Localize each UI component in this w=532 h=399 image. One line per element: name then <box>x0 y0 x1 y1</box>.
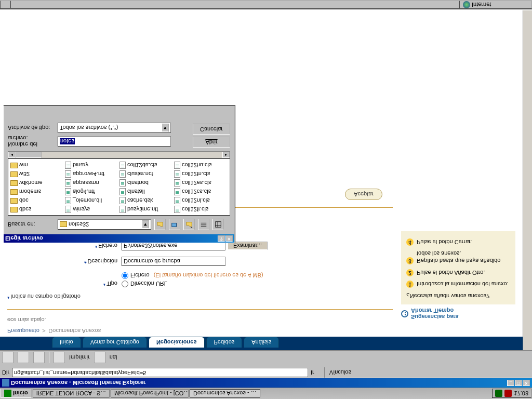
lookin-label: Buscar en: <box>8 221 55 228</box>
fichero-radio[interactable] <box>122 272 128 279</box>
filename-label: Nombre del archivo: <box>8 135 55 148</box>
task-item[interactable]: Microsoft PowerPoint - [CO… <box>111 390 189 398</box>
folder-icon <box>60 222 67 228</box>
file-icon <box>174 197 180 205</box>
file-item[interactable]: coll12fr.cls <box>173 205 228 214</box>
divider <box>7 309 393 310</box>
minimize-button[interactable]: _ <box>507 380 514 386</box>
tab-pedidos[interactable]: Pedidos <box>206 337 243 348</box>
file-icon <box>119 180 126 187</box>
cancel-button[interactable]: Cancelar <box>193 124 230 135</box>
horizontal-scrollbar[interactable]: ◂▸ <box>8 151 230 158</box>
tray-icon[interactable] <box>504 390 512 397</box>
file-dialog: Elegir archivo ? × Buscar en: notes32 ▾ … <box>3 105 235 243</box>
task-item[interactable]: Documentos Anexos - … <box>190 390 260 398</box>
tab-inicio[interactable]: Inicio <box>52 337 81 348</box>
ie-icon <box>2 379 9 387</box>
status-icon <box>0 1 10 9</box>
back-button[interactable] <box>2 352 14 363</box>
svg-rect-0 <box>172 223 177 227</box>
file-item[interactable]: cinstall <box>118 188 173 196</box>
vertical-scrollbar[interactable] <box>523 10 532 350</box>
file-item[interactable]: busytime.ntf <box>118 205 173 214</box>
system-tray: 17:03 <box>492 389 531 398</box>
tab-negociaciones[interactable]: Negociaciones <box>149 337 205 348</box>
forward-button[interactable] <box>18 352 29 363</box>
links-label[interactable]: Vínculos <box>329 369 351 376</box>
newfolder-button[interactable]: * <box>183 219 195 230</box>
list-view-button[interactable] <box>198 219 209 230</box>
browser-window: Documentos Anexos - Microsoft Internet E… <box>0 378 532 388</box>
maximize-button[interactable]: □ <box>515 380 522 386</box>
file-item[interactable]: cluster.ncf <box>118 170 173 179</box>
file-item[interactable]: dbcs <box>9 205 64 214</box>
file-item[interactable]: modems <box>9 188 64 196</box>
tray-icon[interactable] <box>495 390 502 397</box>
toolbar-icon[interactable] <box>94 352 105 363</box>
file-item[interactable]: vdkhome <box>9 179 64 188</box>
start-button[interactable]: Inicio <box>1 389 32 398</box>
task-item[interactable]: IRENE TEJON ROCA · S… <box>33 390 110 398</box>
toolbar-label: nal <box>110 354 117 361</box>
status-bar: Internet <box>0 0 532 10</box>
address-input[interactable]: ng&attach_list_name=hdrattachlist&dataty… <box>12 368 308 377</box>
tip-title: Sugerencias para <box>411 314 459 320</box>
desktop-button[interactable] <box>169 219 180 230</box>
chevron-down-icon[interactable]: ▾ <box>142 220 149 229</box>
file-item[interactable]: coll12es.cls <box>173 179 228 188</box>
file-item[interactable]: _olemon.dll <box>64 196 118 205</box>
file-item[interactable]: coll12da.cls <box>118 161 173 170</box>
dialog-close-button[interactable]: × <box>225 235 233 242</box>
file-icon <box>119 162 126 169</box>
filename-input[interactable]: notes <box>58 136 171 147</box>
file-icon <box>65 171 71 178</box>
file-item[interactable]: win <box>9 161 64 170</box>
direccion-radio[interactable] <box>122 281 128 287</box>
file-item[interactable]: doc <box>9 196 64 205</box>
file-item[interactable]: cache.dsk <box>118 196 173 205</box>
descripcion-label: Descripción <box>88 258 117 264</box>
file-item[interactable]: winsys <box>64 205 118 214</box>
svg-rect-2 <box>216 222 221 228</box>
breadcrumb-link[interactable]: Presupuesto <box>7 328 39 334</box>
tab-bar: Inicio Venta por Catálogo Negociaciones … <box>0 337 523 350</box>
file-item[interactable]: appassmn <box>64 179 118 188</box>
print-icon[interactable] <box>54 352 65 363</box>
aceptar-button[interactable]: Aceptar <box>345 189 382 200</box>
file-item[interactable]: coll12hu.cls <box>173 161 228 170</box>
tip-step: Introduzca la información del anexo. <box>417 281 509 288</box>
print-label: Imprimir <box>69 354 90 361</box>
step-number: 1 <box>406 281 414 288</box>
file-item[interactable]: binary <box>64 161 118 170</box>
descripcion-input[interactable] <box>122 257 225 266</box>
file-icon <box>119 171 126 178</box>
file-item[interactable]: w32 <box>9 170 64 179</box>
up-folder-button[interactable] <box>154 219 166 230</box>
tip-step: Pulse el botón Cerrar. <box>417 238 472 246</box>
file-icon <box>65 189 71 196</box>
lookin-combo[interactable]: notes32 ▾ <box>58 219 151 230</box>
file-item[interactable]: alog4.ntf <box>64 188 118 196</box>
dialog-title: Elegir archivo <box>5 235 43 242</box>
step-number: 4 <box>406 238 414 246</box>
file-icon <box>65 197 71 205</box>
dialog-help-button[interactable]: ? <box>218 235 225 242</box>
detail-view-button[interactable] <box>212 219 224 230</box>
fichero-hint: (El tamaño máximo del fichero es de 4 MB… <box>154 273 263 279</box>
file-item[interactable]: coll12cs.cls <box>173 188 228 196</box>
stop-button[interactable] <box>33 352 45 363</box>
chevron-down-icon[interactable]: ▾ <box>162 124 169 132</box>
filetype-combo[interactable]: Todos los archivos (*.*)▾ <box>58 123 171 133</box>
file-item[interactable]: coll12fn.cls <box>173 170 228 179</box>
tab-catalogo[interactable]: Venta por Catálogo <box>83 337 147 348</box>
file-item[interactable]: coll12nl.cls <box>173 196 228 205</box>
open-button[interactable]: Abrir <box>193 137 230 148</box>
filetype-label: Archivos de tipo: <box>8 125 55 131</box>
window-titlebar: Documentos Anexos - Microsoft Internet E… <box>0 378 532 388</box>
tab-analisis[interactable]: Análisis <box>244 337 279 348</box>
file-list[interactable]: dbcsdocmodemsvdkhomew32winwinsys_olemon.… <box>8 158 230 216</box>
go-button[interactable]: Ir <box>311 369 314 376</box>
file-item[interactable]: approve4.ntf <box>64 170 118 179</box>
file-item[interactable]: cinstnod <box>118 179 173 188</box>
close-button[interactable]: × <box>523 380 530 386</box>
